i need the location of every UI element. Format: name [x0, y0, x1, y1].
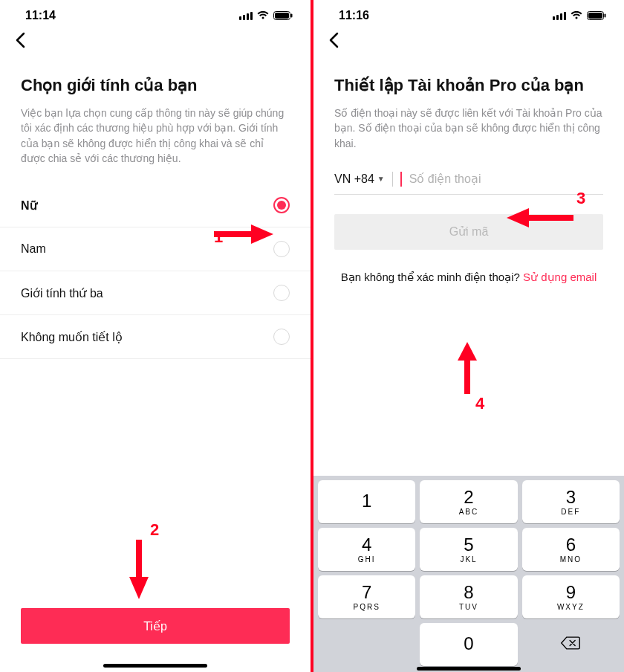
radio-icon — [273, 329, 290, 345]
svg-rect-11 — [553, 16, 555, 20]
svg-rect-12 — [556, 15, 559, 20]
svg-rect-6 — [291, 14, 293, 18]
back-button[interactable] — [15, 30, 25, 53]
svg-rect-5 — [275, 13, 289, 19]
backspace-icon — [560, 636, 581, 653]
page-title: Chọn giới tính của bạn — [21, 76, 290, 95]
status-indicators — [239, 11, 293, 20]
svg-rect-13 — [560, 13, 562, 20]
annotation-4: 4 — [456, 342, 478, 398]
key-1[interactable]: 1 — [318, 480, 415, 523]
phone-input[interactable] — [409, 172, 603, 186]
key-7[interactable]: 7PQRS — [318, 575, 415, 618]
key-9[interactable]: 9WXYZ — [522, 575, 620, 618]
key-6[interactable]: 6MNO — [522, 528, 620, 571]
svg-rect-2 — [247, 13, 249, 20]
svg-rect-3 — [250, 12, 253, 20]
svg-rect-17 — [605, 14, 606, 18]
radio-icon — [273, 241, 290, 257]
key-backspace[interactable] — [522, 623, 620, 666]
nav-bar — [313, 25, 624, 58]
text-cursor — [400, 172, 402, 187]
send-code-button[interactable]: Gửi mã — [334, 214, 603, 250]
page-description: Việc bạn lựa chọn cung cấp thông tin này… — [21, 106, 290, 166]
svg-marker-20 — [458, 342, 477, 361]
radio-selected-icon — [273, 197, 290, 213]
status-bar: 11:16 — [313, 0, 624, 25]
home-indicator — [103, 664, 207, 668]
back-button[interactable] — [328, 30, 339, 53]
option-male[interactable]: Nam — [0, 227, 311, 271]
home-indicator — [417, 667, 521, 671]
phone-input-row: VN +84 ▼ — [334, 172, 603, 195]
use-email-link[interactable]: Sử dụng email — [523, 271, 597, 283]
vertical-separator — [392, 172, 393, 187]
status-time: 11:14 — [25, 9, 56, 22]
page-title: Thiết lập Tài khoản Pro của bạn — [334, 76, 603, 95]
country-code-selector[interactable]: VN +84 ▼ — [334, 172, 385, 186]
continue-label: Tiếp — [143, 619, 167, 633]
annotation-2: 2 — [128, 540, 150, 604]
key-3[interactable]: 3DEF — [522, 480, 620, 523]
option-label: Giới tính thứ ba — [21, 286, 103, 300]
continue-button[interactable]: Tiếp — [21, 608, 290, 644]
svg-rect-16 — [588, 13, 602, 19]
alt-verify-text: Bạn không thể xác minh điện thoại? Sử dụ… — [334, 271, 603, 284]
svg-marker-10 — [129, 577, 149, 599]
key-2[interactable]: 2ABC — [420, 480, 517, 523]
chevron-down-icon: ▼ — [377, 175, 385, 183]
screen-right: 11:16 Thiết lập Tài khoản Pro của bạn Số… — [313, 0, 624, 672]
key-5[interactable]: 5JKL — [420, 528, 517, 571]
option-undisclosed[interactable]: Không muốn tiết lộ — [0, 315, 311, 359]
option-thirdgender[interactable]: Giới tính thứ ba — [0, 271, 311, 315]
key-0[interactable]: 0 — [420, 623, 517, 666]
option-label: Nam — [21, 242, 46, 256]
nav-bar — [0, 25, 311, 58]
option-female[interactable]: Nữ — [0, 184, 311, 227]
country-code-label: VN +84 — [334, 172, 374, 186]
svg-rect-1 — [243, 15, 245, 20]
page-description: Số điện thoại này sẽ được liên kết với T… — [334, 106, 603, 151]
svg-rect-14 — [564, 12, 566, 20]
numeric-keypad: 1 2ABC 3DEF 4GHI 5JKL 6MNO 7PQRS 8TUV 9W… — [313, 476, 624, 672]
gender-options: Nữ Nam Giới tính thứ ba Không muốn tiết … — [0, 184, 311, 359]
key-blank — [318, 623, 415, 666]
screen-left: 11:14 Chọn giới tính của bạn Việc bạn lự… — [0, 0, 311, 672]
status-bar: 11:14 — [0, 0, 311, 25]
status-indicators — [553, 11, 606, 20]
option-label: Nữ — [21, 198, 37, 213]
radio-icon — [273, 285, 290, 301]
svg-rect-0 — [239, 16, 241, 20]
send-code-label: Gửi mã — [449, 224, 489, 239]
key-4[interactable]: 4GHI — [318, 528, 415, 571]
key-8[interactable]: 8TUV — [420, 575, 517, 618]
option-label: Không muốn tiết lộ — [21, 330, 123, 344]
status-time: 11:16 — [339, 9, 369, 22]
